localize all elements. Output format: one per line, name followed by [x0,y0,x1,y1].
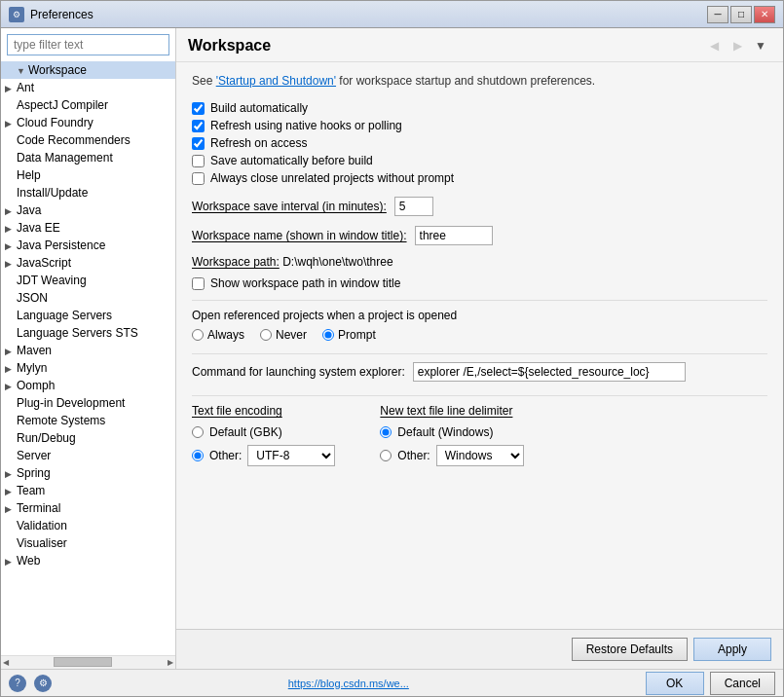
window-controls: ─ □ ✕ [707,6,775,23]
sidebar-item-maven[interactable]: ▶Maven [1,342,175,359]
tree-arrow-terminal: ▶ [5,504,17,514]
sidebar-item-javascript[interactable]: ▶JavaScript [1,254,175,272]
text-encoding-group: Text file encoding Default (GBK) Other: … [192,404,341,466]
sidebar-item-plugindevelopment[interactable]: Plug-in Development [1,394,175,412]
scroll-right-arrow[interactable]: ▶ [166,658,175,667]
cancel-button[interactable]: Cancel [710,672,775,695]
nav-buttons: ◀ ▶ ▼ [703,36,771,55]
radio-prompt-input[interactable] [322,329,334,341]
sidebar-item-label-mylyn: Mylyn [17,361,47,375]
delimiter-other-radio[interactable] [380,450,392,461]
sidebar-item-instalupdate[interactable]: Install/Update [1,184,175,202]
divider-2 [192,353,767,354]
sidebar-item-label-terminal: Terminal [17,501,60,515]
sidebar-item-jdtweaving[interactable]: JDT Weaving [1,272,175,289]
sidebar-item-json[interactable]: JSON [1,289,175,307]
sidebar-item-languageservers[interactable]: Language Servers [1,307,175,324]
sidebar-item-cloudfoundry[interactable]: ▶Cloud Foundry [1,114,175,131]
nav-forward-button[interactable]: ▶ [727,36,748,55]
startup-link[interactable]: 'Startup and Shutdown' [216,74,336,88]
sidebar-item-validation[interactable]: Validation [1,517,175,534]
divider-1 [192,300,767,301]
refresh-native-checkbox[interactable] [192,120,205,132]
delimiter-other-row: Other: Windows Unix Mac [380,445,523,466]
sidebar-item-visualiser[interactable]: Visualiser [1,534,175,552]
sidebar-item-aspectj[interactable]: AspectJ Compiler [1,96,175,114]
window-title: Preferences [30,8,707,21]
sidebar-item-spring[interactable]: ▶Spring [1,464,175,482]
show-path-label[interactable]: Show workspace path in window title [210,276,400,290]
sidebar-item-label-spring: Spring [17,466,51,480]
show-path-checkbox[interactable] [192,277,205,290]
sidebar-item-javapersistence[interactable]: ▶Java Persistence [1,237,175,254]
radio-never-input[interactable] [260,329,272,341]
delimiter-select[interactable]: Windows Unix Mac [436,445,524,466]
encoding-select[interactable]: UTF-8 GBK ISO-8859-1 UTF-16 [247,445,335,466]
startup-link-row: See 'Startup and Shutdown' for workspace… [192,74,767,88]
help-icon[interactable]: ? [9,675,26,692]
sidebar-item-web[interactable]: ▶Web [1,552,175,569]
tree-arrow-ant: ▶ [5,84,17,93]
save-interval-row: Workspace save interval (in minutes): [192,197,767,216]
delimiter-default-radio[interactable] [380,426,392,438]
command-input[interactable] [413,362,686,382]
radio-always-input[interactable] [192,329,204,341]
maximize-button[interactable]: □ [730,6,752,23]
save-before-build-label[interactable]: Save automatically before build [210,154,373,167]
sidebar-item-label-visualiser: Visualiser [17,536,67,550]
sidebar-item-languageserverssts[interactable]: Language Servers STS [1,324,175,342]
apply-button[interactable]: Apply [693,638,771,661]
sidebar-item-label-help: Help [17,168,41,182]
line-delimiter-title: New text file line delimiter [380,404,523,418]
status-link[interactable]: https://blog.csdn.ms/we... [288,678,409,689]
sidebar-item-label-rundebug: Run/Debug [17,431,76,445]
scroll-thumb[interactable] [54,657,112,667]
sidebar-item-workspace[interactable]: ▼Workspace [1,61,175,79]
encoding-default-radio[interactable] [192,426,204,438]
show-path-row: Show workspace path in window title [192,276,767,290]
refresh-access-checkbox[interactable] [192,137,205,150]
preferences-icon[interactable]: ⚙ [34,675,52,692]
radio-always-label: Always [207,328,244,342]
close-unrelated-checkbox[interactable] [192,172,205,185]
sidebar-item-datamanagement[interactable]: Data Management [1,149,175,166]
restore-defaults-button[interactable]: Restore Defaults [572,638,688,661]
radio-prompt-label: Prompt [338,328,376,342]
sidebar-item-label-maven: Maven [17,344,52,357]
build-auto-label[interactable]: Build automatically [210,101,308,115]
workspace-name-input[interactable] [415,226,493,245]
sidebar-item-help[interactable]: Help [1,166,175,184]
minimize-button[interactable]: ─ [707,6,728,23]
nav-dropdown-button[interactable]: ▼ [750,36,771,55]
sidebar-item-team[interactable]: ▶Team [1,482,175,499]
encoding-other-row: Other: UTF-8 GBK ISO-8859-1 UTF-16 [192,445,341,466]
sidebar-item-ant[interactable]: ▶Ant [1,79,175,96]
sidebar-item-rundebug[interactable]: Run/Debug [1,429,175,447]
sidebar-item-label-java: Java [17,203,41,217]
refresh-native-label[interactable]: Refresh using native hooks or polling [210,119,402,132]
ok-button[interactable]: OK [646,672,704,695]
close-unrelated-label[interactable]: Always close unrelated projects without … [210,171,454,185]
encoding-other-radio[interactable] [192,450,204,461]
nav-back-button[interactable]: ◀ [703,36,725,55]
sidebar-item-remotesystems[interactable]: Remote Systems [1,412,175,429]
workspace-path-label: Workspace path: [192,255,280,269]
close-button[interactable]: ✕ [754,6,775,23]
sidebar-item-oomph[interactable]: ▶Oomph [1,377,175,394]
scroll-left-arrow[interactable]: ◀ [1,658,11,667]
sidebar-item-terminal[interactable]: ▶Terminal [1,499,175,517]
sidebar-item-javaee[interactable]: ▶Java EE [1,219,175,237]
sidebar-item-coderecommenders[interactable]: Code Recommenders [1,131,175,149]
save-before-build-checkbox[interactable] [192,155,205,167]
search-input[interactable] [7,34,169,55]
horizontal-scrollbar[interactable]: ◀ ▶ [1,655,175,669]
tree-arrow-web: ▶ [5,557,17,567]
sidebar-item-mylyn[interactable]: ▶Mylyn [1,359,175,377]
save-before-build-row: Save automatically before build [192,154,767,167]
save-interval-input[interactable] [394,197,433,216]
build-auto-checkbox[interactable] [192,102,205,115]
sidebar-item-label-coderecommenders: Code Recommenders [17,133,131,147]
refresh-access-label[interactable]: Refresh on access [210,136,307,150]
sidebar-item-server[interactable]: Server [1,447,175,464]
sidebar-item-java[interactable]: ▶Java [1,202,175,219]
